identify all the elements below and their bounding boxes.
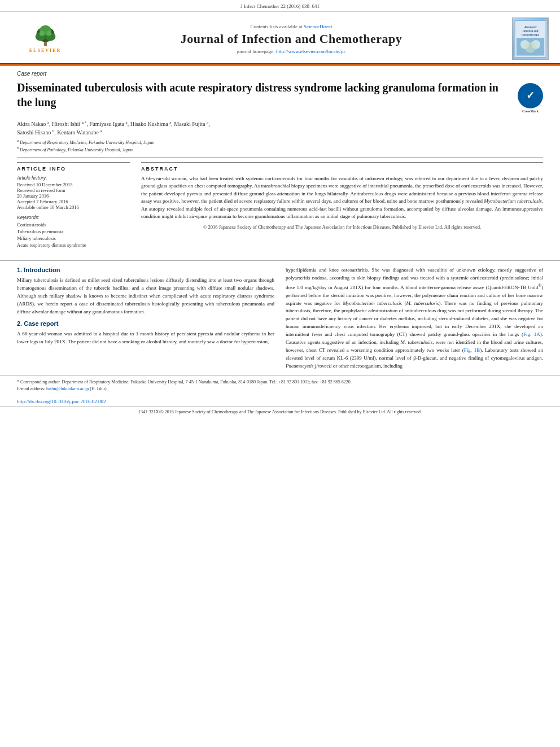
svg-point-5	[39, 31, 44, 36]
email-note: E-mail address: hishii@fukuoka-u.ac.jp (…	[17, 386, 543, 392]
author-7: Kentaro Watanabe a	[57, 129, 102, 136]
divider-1	[17, 157, 543, 158]
article-info-title: ARTICLE INFO	[17, 166, 130, 172]
article-content: Case report Disseminated tuberculosis wi…	[0, 66, 560, 255]
right-col-text: hyperlipidemia and knee osteoarthritis. …	[286, 267, 543, 370]
crossmark-label: CrossMark	[518, 110, 543, 114]
article-history: Article history: Received 10 December 20…	[17, 175, 130, 210]
keywords-label: Keywords:	[17, 215, 130, 220]
intro-heading: 1. Introduction	[17, 267, 274, 273]
keyword-4: Acute respiratory distress syndrome	[17, 242, 130, 248]
received-date: Received 10 December 2015	[17, 182, 130, 187]
crossmark-icon: ✓	[526, 89, 535, 102]
accepted-date: Accepted 7 February 2016	[17, 199, 130, 204]
article-type-label: Case report	[17, 71, 543, 77]
keyword-1: Corticosteroids	[17, 222, 130, 228]
revised-date: 20 January 2016	[17, 193, 130, 199]
article-title-text: Disseminated tuberculosis with acute res…	[17, 80, 518, 110]
info-abstract-columns: ARTICLE INFO Article history: Received 1…	[17, 162, 543, 249]
crossmark-container: ✓ CrossMark	[518, 80, 543, 114]
journal-header: ELSEVIER Contents lists available at Sci…	[0, 12, 560, 64]
journal-title: Journal of Infection and Chemotherapy	[79, 32, 504, 46]
svg-rect-0	[43, 42, 46, 46]
author-3: Fumiyasu Igata a,	[89, 121, 129, 127]
article-info-column: ARTICLE INFO Article history: Received 1…	[17, 162, 130, 249]
author-6: Satoshi Hisano b,	[17, 129, 56, 136]
keyword-2: Tuberculous pneumonia	[17, 229, 130, 234]
sciencedirect-link: Contents lists available at ScienceDirec…	[79, 24, 504, 29]
doi-link[interactable]: http://dx.doi.org/10.1016/j.jiac.2016.02…	[17, 399, 106, 404]
sciencedirect-anchor[interactable]: ScienceDirect	[304, 24, 332, 29]
citation-text: J Infect Chemother 22 (2016) 638–641	[240, 3, 320, 9]
affiliation-b: b Department of Pathology, Fukuoka Unive…	[17, 146, 543, 152]
authors-line: Akira Nakao a, Hiroshi Ishii a,*, Fumiya…	[17, 120, 543, 137]
issn-text: 1341-321X/© 2016 Japanese Society of Che…	[138, 409, 422, 414]
online-date: Available online 10 March 2016	[17, 204, 130, 210]
article-info-section: ARTICLE INFO Article history: Received 1…	[17, 162, 130, 248]
page-wrapper: J Infect Chemother 22 (2016) 638–641 ELS…	[0, 0, 560, 747]
journal-cover-section: Journal of Infection and Chemotherapy	[504, 18, 549, 60]
abstract-text: A 66-year-old woman, who had been treate…	[141, 175, 543, 221]
author-5: Masaki Fujita a,	[174, 121, 209, 127]
keywords-section: Keywords: Corticosteroids Tuberculous pn…	[17, 215, 130, 248]
abstract-section: ABSTRACT A 66-year-old woman, who had be…	[141, 162, 543, 230]
body-left-col: 1. Introduction Miliary tuberculosis is …	[17, 267, 274, 375]
elsevier-logo-section: ELSEVIER	[11, 24, 79, 53]
svg-text:Chemotherapy: Chemotherapy	[522, 33, 540, 36]
corresponding-author-note: * Corresponding author. Department of Re…	[17, 379, 543, 386]
homepage-link-section: journal homepage: http://www.elsevier.co…	[79, 49, 504, 54]
homepage-url[interactable]: http://www.elsevier.com/locate/jic	[276, 49, 345, 54]
crossmark-badge: ✓	[518, 83, 543, 108]
citation-bar: J Infect Chemother 22 (2016) 638–641	[0, 0, 560, 12]
svg-point-15	[525, 41, 536, 53]
svg-point-6	[46, 31, 51, 36]
affiliation-a: a Department of Respiratory Medicine, Fu…	[17, 139, 543, 145]
keyword-3: Miliary tuberculosis	[17, 235, 130, 241]
author-1: Akira Nakao a,	[17, 121, 50, 127]
copyright-text: © 2016 Japanese Society of Chemotherapy …	[141, 224, 543, 230]
case-report-heading: 2. Case report	[17, 320, 274, 327]
doi-section: http://dx.doi.org/10.1016/j.jiac.2016.02…	[0, 396, 560, 407]
fig1a-link[interactable]: Fig. 1A	[523, 331, 540, 337]
history-label: Article history:	[17, 175, 130, 181]
svg-text:Journal of: Journal of	[524, 25, 537, 28]
intro-text: Miliary tuberculosis is defined as mille…	[17, 277, 274, 316]
fig1b-link[interactable]: Fig. 1B	[464, 347, 480, 353]
elsevier-brand: ELSEVIER	[29, 48, 61, 53]
body-columns: 1. Introduction Miliary tuberculosis is …	[0, 267, 560, 375]
bottom-bar: 1341-321X/© 2016 Japanese Society of Che…	[0, 407, 560, 417]
body-divider	[0, 260, 560, 261]
article-title-block: Disseminated tuberculosis with acute res…	[17, 80, 543, 114]
journal-cover-image: Journal of Infection and Chemotherapy	[512, 18, 549, 60]
body-right-col: hyperlipidemia and knee osteoarthritis. …	[286, 267, 543, 375]
author-2: Hiroshi Ishii a,*,	[52, 121, 88, 127]
email-link[interactable]: hishii@fukuoka-u.ac.jp	[46, 386, 89, 391]
abstract-title: ABSTRACT	[141, 166, 543, 172]
author-4: Hisako Kushima a,	[130, 121, 173, 127]
elsevier-tree-icon	[30, 24, 61, 47]
case-report-text: A 66-year-old woman was admitted to a ho…	[17, 330, 274, 346]
abstract-column: ABSTRACT A 66-year-old woman, who had be…	[141, 162, 543, 249]
revised-label: Received in revised form	[17, 187, 130, 193]
journal-title-section: Contents lists available at ScienceDirec…	[79, 24, 504, 54]
footnote-section: * Corresponding author. Department of Re…	[0, 375, 560, 396]
svg-text:Infection and: Infection and	[523, 29, 539, 32]
